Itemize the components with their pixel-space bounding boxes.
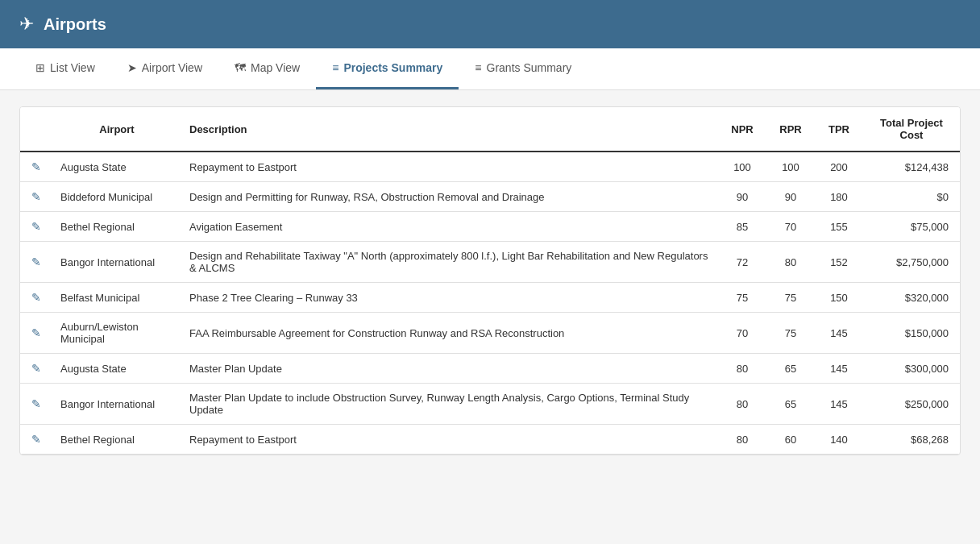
table-row: ✎ Augusta State Master Plan Update 80 65… bbox=[20, 354, 960, 384]
tab-projects-summary[interactable]: ≡ Projects Summary bbox=[316, 48, 459, 89]
edit-cell[interactable]: ✎ bbox=[20, 425, 52, 455]
edit-cell[interactable]: ✎ bbox=[20, 384, 52, 425]
tpr-cell: 145 bbox=[815, 313, 863, 354]
description-cell: FAA Reimbursable Agreement for Construct… bbox=[181, 313, 718, 354]
edit-icon[interactable]: ✎ bbox=[31, 397, 41, 410]
tpr-cell: 152 bbox=[815, 242, 863, 283]
total-project-cost-cell: $250,000 bbox=[863, 384, 960, 425]
table-row: ✎ Bethel Regional Avigation Easement 85 … bbox=[20, 212, 960, 242]
rpr-cell: 75 bbox=[766, 283, 815, 313]
table-row: ✎ Biddeford Municipal Design and Permitt… bbox=[20, 182, 960, 212]
description-cell: Design and Rehabilitate Taxiway "A" Nort… bbox=[181, 242, 718, 283]
tpr-cell: 200 bbox=[815, 152, 863, 182]
edit-icon[interactable]: ✎ bbox=[31, 255, 41, 268]
edit-cell[interactable]: ✎ bbox=[20, 354, 52, 384]
airport-cell: Biddeford Municipal bbox=[52, 182, 181, 212]
tpr-cell: 150 bbox=[815, 283, 863, 313]
edit-icon[interactable]: ✎ bbox=[31, 433, 41, 446]
description-cell: Repayment to Eastport bbox=[181, 152, 718, 182]
npr-cell: 72 bbox=[718, 242, 766, 283]
airport-cell: Auburn/Lewiston Municipal bbox=[52, 313, 181, 354]
npr-cell: 70 bbox=[718, 313, 766, 354]
edit-cell[interactable]: ✎ bbox=[20, 242, 52, 283]
tpr-cell: 145 bbox=[815, 354, 863, 384]
tabs-bar: ⊞ List View ➤ Airport View 🗺 Map View ≡ … bbox=[0, 48, 980, 90]
tab-airport-view-label: Airport View bbox=[142, 61, 202, 74]
table-header-row: Airport Description NPR RPR TPR bbox=[20, 107, 960, 152]
airport-cell: Bangor International bbox=[52, 242, 181, 283]
rpr-cell: 70 bbox=[766, 212, 815, 242]
airports-icon: ✈ bbox=[19, 14, 34, 35]
total-project-cost-cell: $124,438 bbox=[863, 152, 960, 182]
tab-list-view[interactable]: ⊞ List View bbox=[19, 48, 111, 89]
npr-cell: 100 bbox=[718, 152, 766, 182]
projects-summary-icon: ≡ bbox=[332, 61, 338, 74]
table-row: ✎ Augusta State Repayment to Eastport 10… bbox=[20, 152, 960, 182]
description-cell: Avigation Easement bbox=[181, 212, 718, 242]
edit-cell[interactable]: ✎ bbox=[20, 212, 52, 242]
tab-grants-summary[interactable]: ≡ Grants Summary bbox=[459, 48, 588, 89]
tab-map-view-label: Map View bbox=[251, 61, 300, 74]
col-header-rpr: RPR bbox=[766, 107, 815, 152]
col-header-npr: NPR bbox=[718, 107, 766, 152]
rpr-cell: 65 bbox=[766, 354, 815, 384]
rpr-cell: 75 bbox=[766, 313, 815, 354]
npr-cell: 80 bbox=[718, 354, 766, 384]
map-view-icon: 🗺 bbox=[235, 61, 246, 74]
edit-cell[interactable]: ✎ bbox=[20, 313, 52, 354]
description-cell: Master Plan Update to include Obstructio… bbox=[181, 384, 718, 425]
npr-cell: 75 bbox=[718, 283, 766, 313]
edit-icon[interactable]: ✎ bbox=[31, 190, 41, 203]
app-header: ✈ Airports bbox=[0, 0, 980, 48]
edit-cell[interactable]: ✎ bbox=[20, 283, 52, 313]
rpr-cell: 80 bbox=[766, 242, 815, 283]
tpr-cell: 145 bbox=[815, 384, 863, 425]
tab-map-view[interactable]: 🗺 Map View bbox=[218, 48, 316, 89]
main-content: Airport Description NPR RPR TPR bbox=[0, 90, 980, 471]
description-cell: Repayment to Eastport bbox=[181, 425, 718, 455]
tpr-cell: 140 bbox=[815, 425, 863, 455]
npr-cell: 80 bbox=[718, 425, 766, 455]
description-cell: Design and Permitting for Runway, RSA, O… bbox=[181, 182, 718, 212]
airport-cell: Bethel Regional bbox=[52, 212, 181, 242]
edit-cell[interactable]: ✎ bbox=[20, 182, 52, 212]
col-header-tpr: TPR bbox=[815, 107, 863, 152]
projects-table-container: Airport Description NPR RPR TPR bbox=[19, 106, 961, 455]
edit-icon[interactable]: ✎ bbox=[31, 291, 41, 304]
col-header-total-project-cost: Total Project Cost bbox=[863, 107, 960, 152]
grants-summary-icon: ≡ bbox=[475, 61, 481, 74]
projects-table: Airport Description NPR RPR TPR bbox=[20, 107, 960, 455]
rpr-cell: 90 bbox=[766, 182, 815, 212]
airport-cell: Augusta State bbox=[52, 354, 181, 384]
airport-view-icon: ➤ bbox=[127, 61, 137, 74]
list-view-icon: ⊞ bbox=[35, 61, 45, 74]
app-title: Airports bbox=[44, 15, 106, 34]
col-header-description: Description bbox=[181, 107, 718, 152]
edit-icon[interactable]: ✎ bbox=[31, 160, 41, 173]
edit-icon[interactable]: ✎ bbox=[31, 362, 41, 375]
npr-cell: 90 bbox=[718, 182, 766, 212]
table-row: ✎ Auburn/Lewiston Municipal FAA Reimburs… bbox=[20, 313, 960, 354]
col-header-airport: Airport bbox=[52, 107, 181, 152]
table-row: ✎ Bangor International Design and Rehabi… bbox=[20, 242, 960, 283]
description-cell: Phase 2 Tree Clearing – Runway 33 bbox=[181, 283, 718, 313]
total-project-cost-cell: $68,268 bbox=[863, 425, 960, 455]
total-project-cost-cell: $2,750,000 bbox=[863, 242, 960, 283]
airport-cell: Belfast Municipal bbox=[52, 283, 181, 313]
tab-list-view-label: List View bbox=[50, 61, 95, 74]
edit-cell[interactable]: ✎ bbox=[20, 152, 52, 182]
rpr-cell: 100 bbox=[766, 152, 815, 182]
npr-cell: 80 bbox=[718, 384, 766, 425]
total-project-cost-cell: $75,000 bbox=[863, 212, 960, 242]
edit-icon[interactable]: ✎ bbox=[31, 326, 41, 339]
airport-cell: Bangor International bbox=[52, 384, 181, 425]
edit-icon[interactable]: ✎ bbox=[31, 220, 41, 233]
total-project-cost-cell: $320,000 bbox=[863, 283, 960, 313]
description-cell: Master Plan Update bbox=[181, 354, 718, 384]
tab-airport-view[interactable]: ➤ Airport View bbox=[111, 48, 218, 89]
col-header-edit bbox=[20, 107, 52, 152]
tab-grants-summary-label: Grants Summary bbox=[487, 61, 572, 74]
airport-cell: Augusta State bbox=[52, 152, 181, 182]
rpr-cell: 65 bbox=[766, 384, 815, 425]
total-project-cost-cell: $150,000 bbox=[863, 313, 960, 354]
